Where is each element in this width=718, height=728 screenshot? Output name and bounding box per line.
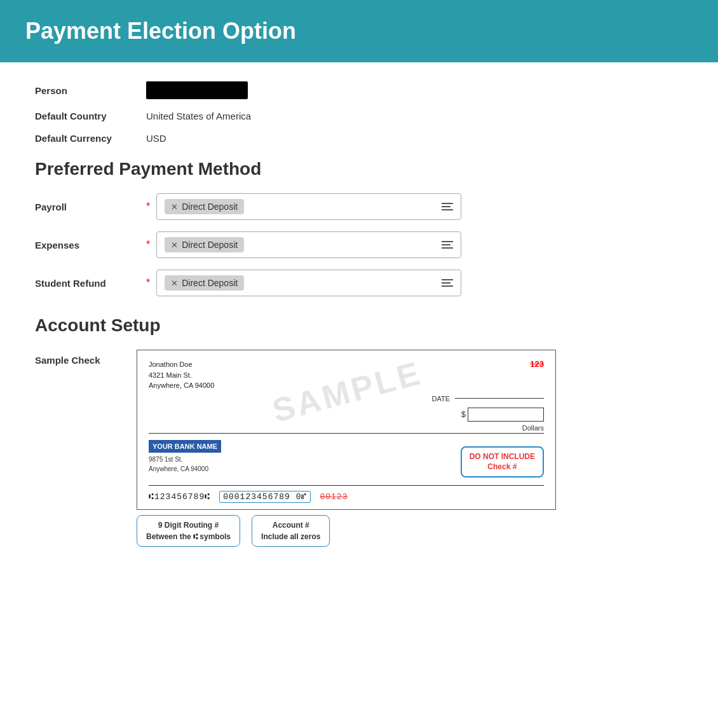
payroll-value: Direct Deposit [182,202,238,212]
person-label: Person [35,85,146,96]
check-bank-addr1: 9875 1st St. [149,455,221,464]
student-refund-tag[interactable]: ✕ Direct Deposit [165,275,244,291]
check-micr-line: ⑆123456789⑆ 000123456789 0⑈ 00123 [149,485,544,503]
check-number: 123 [530,359,544,369]
person-row: Person [35,81,683,99]
routing-legend-line1: 9 Digit Routing # [146,519,231,531]
check-date-line [455,398,544,399]
do-not-include-line1: DO NOT INCLUDE [470,451,535,462]
payroll-select-left: ✕ Direct Deposit [165,199,244,214]
check-date-label: DATE [431,395,450,402]
expenses-value: Direct Deposit [182,240,238,250]
list-line-3 [442,247,453,249]
check-owner-info: Jonathon Doe 4321 Main St. Anywhere, CA … [149,359,214,391]
check-bottom-area: YOUR BANK NAME 9875 1st St. Anywhere, CA… [149,440,544,478]
expenses-row: Expenses * ✕ Direct Deposit [35,231,683,258]
routing-legend-line2: Between the ⑆ symbols [146,531,231,542]
student-refund-remove-icon[interactable]: ✕ [171,278,178,288]
check-bank-name: YOUR BANK NAME [149,440,221,453]
check-num-striked: 00123 [320,492,348,502]
list-line-2 [442,206,450,207]
check-dollars-line: Dollars [149,424,544,434]
check-amount-box [468,408,544,422]
expenses-label: Expenses [35,240,146,251]
student-refund-required: * [146,277,150,289]
default-country-value: United States of America [146,111,251,121]
main-content: Person Default Country United States of … [0,62,718,566]
student-refund-list-icon[interactable] [442,279,453,287]
check-do-not-include: DO NOT INCLUDE Check # [461,446,544,478]
check-account-number: 000123456789 0⑈ [219,491,311,503]
expenses-select-box[interactable]: ✕ Direct Deposit [156,231,461,258]
check-dollars-label: Dollars [522,424,544,432]
default-country-row: Default Country United States of America [35,111,683,121]
check-date-row: DATE [149,395,544,402]
list-line-1 [442,279,453,280]
person-value-box [146,81,248,99]
person-info-section: Person Default Country United States of … [35,81,683,144]
check-bank-info: YOUR BANK NAME 9875 1st St. Anywhere, CA… [149,440,221,474]
default-currency-label: Default Currency [35,133,146,144]
account-legend-line2: Include all zeros [261,531,320,542]
expenses-list-icon[interactable] [442,241,453,249]
check-image: SAMPLE Jonathon Doe 4321 Main St. Anywhe… [137,350,556,510]
expenses-tag[interactable]: ✕ Direct Deposit [165,237,244,252]
check-routing-number: ⑆123456789⑆ [149,492,210,502]
payroll-required: * [146,201,150,212]
check-amount-row: $ [149,408,544,422]
expenses-select-left: ✕ Direct Deposit [165,237,244,252]
default-currency-row: Default Currency USD [35,133,683,144]
check-container: SAMPLE Jonathon Doe 4321 Main St. Anywhe… [137,350,556,547]
default-country-label: Default Country [35,111,146,121]
student-refund-label: Student Refund [35,278,146,289]
sample-check-label: Sample Check [35,355,124,366]
expenses-remove-icon[interactable]: ✕ [171,240,178,250]
account-legend: Account # Include all zeros [252,515,330,547]
default-currency-value: USD [146,133,166,144]
payroll-list-icon[interactable] [442,203,453,210]
payroll-remove-icon[interactable]: ✕ [171,202,178,212]
list-line-1 [442,203,453,204]
sample-check-row: Sample Check SAMPLE Jonathon Doe 4321 Ma… [35,350,683,547]
payroll-row: Payroll * ✕ Direct Deposit [35,193,683,220]
page-title: Payment Election Option [25,18,693,45]
expenses-required: * [146,239,150,251]
check-legend: 9 Digit Routing # Between the ⑆ symbols … [137,515,330,547]
preferred-payment-title: Preferred Payment Method [35,159,683,179]
account-legend-line1: Account # [261,519,320,531]
do-not-include-line2: Check # [470,462,535,472]
student-refund-row: Student Refund * ✕ Direct Deposit [35,270,683,296]
payroll-tag[interactable]: ✕ Direct Deposit [165,199,244,214]
page-header: Payment Election Option [0,0,718,62]
payroll-select-box[interactable]: ✕ Direct Deposit [156,193,461,220]
list-line-3 [442,209,453,210]
check-top-row: Jonathon Doe 4321 Main St. Anywhere, CA … [149,359,544,391]
check-addr2: Anywhere, CA 94000 [149,380,214,391]
check-owner-name: Jonathon Doe [149,359,214,370]
student-refund-select-box[interactable]: ✕ Direct Deposit [156,270,461,296]
student-refund-value: Direct Deposit [182,278,238,288]
payroll-label: Payroll [35,202,146,212]
list-line-2 [442,244,450,245]
check-dollar-sign: $ [461,409,466,419]
routing-legend: 9 Digit Routing # Between the ⑆ symbols [137,515,240,547]
student-refund-select-left: ✕ Direct Deposit [165,275,244,291]
preferred-payment-section: Preferred Payment Method Payroll * ✕ Dir… [35,159,683,296]
list-line-2 [442,282,450,284]
account-setup-title: Account Setup [35,315,683,336]
account-setup-section: Account Setup Sample Check SAMPLE Jonath… [35,315,683,547]
check-bank-addr2: Anywhere, CA 94000 [149,464,221,474]
list-line-1 [442,241,453,242]
list-line-3 [442,285,453,287]
check-addr1: 4321 Main St. [149,370,214,381]
